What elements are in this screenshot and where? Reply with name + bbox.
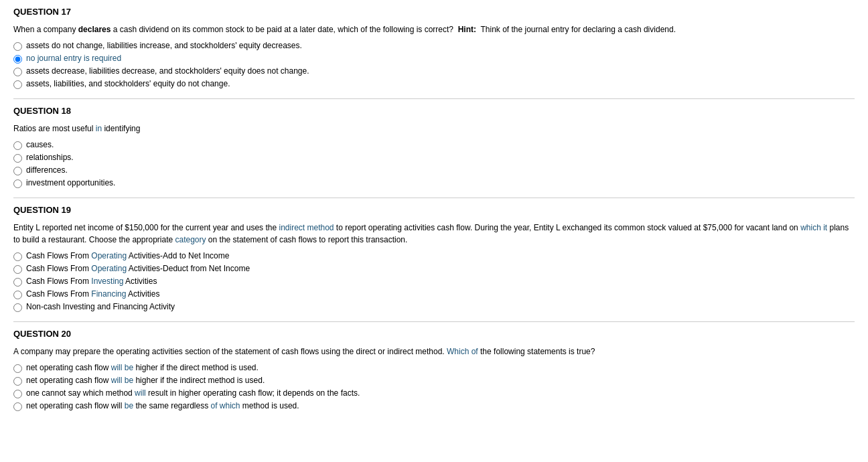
- q19-radio-4[interactable]: [13, 291, 22, 299]
- q19-radio-5[interactable]: [13, 303, 22, 312]
- q18-radio-2[interactable]: [13, 154, 22, 163]
- question-20-title: QUESTION 20: [13, 329, 855, 339]
- q19-option-2-label: Cash Flows From Operating Activities-Ded…: [26, 264, 250, 273]
- q17-option-2[interactable]: no journal entry is required: [13, 54, 855, 64]
- q18-option-1[interactable]: causes.: [13, 140, 855, 150]
- q19-radio-3[interactable]: [13, 278, 22, 287]
- q19-option-5[interactable]: Non-cash Investing and Financing Activit…: [13, 302, 855, 312]
- q20-radio-2[interactable]: [13, 377, 22, 386]
- question-20-text: A company may prepare the operating acti…: [13, 345, 855, 358]
- q20-option-1[interactable]: net operating cash flow will be higher i…: [13, 363, 855, 373]
- q18-option-4-label: investment opportunities.: [26, 178, 115, 187]
- q19-option-1-label: Cash Flows From Operating Activities-Add…: [26, 251, 229, 260]
- q17-option-1-label: assets do not change, liabilities increa…: [26, 41, 302, 50]
- q19-option-1[interactable]: Cash Flows From Operating Activities-Add…: [13, 251, 855, 261]
- q17-option-4[interactable]: assets, liabilities, and stockholders' e…: [13, 79, 855, 89]
- q20-option-4-label: net operating cash flow will be the same…: [26, 401, 299, 410]
- q20-radio-3[interactable]: [13, 390, 22, 398]
- q19-radio-2[interactable]: [13, 265, 22, 274]
- q20-radio-4[interactable]: [13, 402, 22, 411]
- q17-radio-2[interactable]: [13, 55, 22, 64]
- q19-option-4-label: Cash Flows From Financing Activities: [26, 289, 159, 299]
- q20-option-3[interactable]: one cannot say which method will result …: [13, 388, 855, 398]
- q19-option-5-label: Non-cash Investing and Financing Activit…: [26, 302, 175, 311]
- q20-option-2[interactable]: net operating cash flow will be higher i…: [13, 376, 855, 386]
- q18-option-3[interactable]: differences.: [13, 165, 855, 175]
- in-word: in: [96, 124, 102, 133]
- q17-option-1[interactable]: assets do not change, liabilities increa…: [13, 41, 855, 51]
- q20-option-1-label: net operating cash flow will be higher i…: [26, 363, 259, 372]
- hint-label: Hint:: [458, 25, 476, 34]
- question-18-block: QUESTION 18 Ratios are most useful in id…: [13, 106, 855, 198]
- question-17-title: QUESTION 17: [13, 7, 855, 17]
- question-19-text: Entity L reported net income of $150,000…: [13, 222, 855, 246]
- q17-option-3-label: assets decrease, liabilities decrease, a…: [26, 66, 309, 76]
- indirect-word: indirect method: [279, 223, 334, 232]
- q17-option-3[interactable]: assets decrease, liabilities decrease, a…: [13, 66, 855, 76]
- q19-option-3-label: Cash Flows From Investing Activities: [26, 277, 157, 286]
- q18-option-2-label: relationships.: [26, 153, 74, 162]
- category-word: category: [175, 235, 206, 244]
- q18-radio-4[interactable]: [13, 179, 22, 188]
- question-17-text: When a company declares a cash dividend …: [13, 23, 855, 35]
- q18-radio-3[interactable]: [13, 167, 22, 175]
- q18-option-4[interactable]: investment opportunities.: [13, 178, 855, 188]
- question-17-block: QUESTION 17 When a company declares a ca…: [13, 7, 855, 99]
- question-20-block: QUESTION 20 A company may prepare the op…: [13, 329, 855, 420]
- q18-radio-1[interactable]: [13, 141, 22, 150]
- q19-option-3[interactable]: Cash Flows From Investing Activities: [13, 277, 855, 287]
- q20-option-3-label: one cannot say which method will result …: [26, 388, 360, 398]
- question-18-text: Ratios are most useful in identifying: [13, 123, 855, 135]
- question-19-title: QUESTION 19: [13, 205, 855, 215]
- q18-option-3-label: differences.: [26, 165, 68, 175]
- q19-radio-1[interactable]: [13, 252, 22, 261]
- q17-option-2-label: no journal entry is required: [26, 54, 121, 63]
- question-18-title: QUESTION 18: [13, 106, 855, 116]
- q19-option-2[interactable]: Cash Flows From Operating Activities-Ded…: [13, 264, 855, 274]
- which-phrase: Which of: [447, 347, 478, 356]
- q18-option-2[interactable]: relationships.: [13, 153, 855, 163]
- q19-option-4[interactable]: Cash Flows From Financing Activities: [13, 289, 855, 299]
- q17-radio-3[interactable]: [13, 68, 22, 76]
- q20-radio-1[interactable]: [13, 364, 22, 373]
- q17-option-4-label: assets, liabilities, and stockholders' e…: [26, 79, 230, 88]
- q17-radio-4[interactable]: [13, 80, 22, 89]
- declares-word: declares: [78, 25, 111, 34]
- which-word: which it: [800, 223, 827, 232]
- q18-option-1-label: causes.: [26, 140, 54, 149]
- q20-option-4[interactable]: net operating cash flow will be the same…: [13, 401, 855, 411]
- q17-radio-1[interactable]: [13, 42, 22, 51]
- question-19-block: QUESTION 19 Entity L reported net income…: [13, 205, 855, 322]
- q20-option-2-label: net operating cash flow will be higher i…: [26, 376, 265, 385]
